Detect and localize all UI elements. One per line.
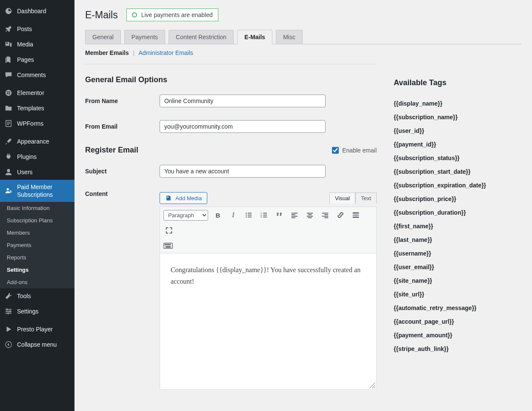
- sidebar-item-pms[interactable]: $ Paid Member Subscriptions: [0, 180, 74, 202]
- page-title: E-Mails: [85, 9, 118, 21]
- subnav-subscription-plans[interactable]: Subscription Plans: [0, 214, 74, 227]
- subnav-member-emails[interactable]: Member Emails: [85, 49, 129, 56]
- bold-icon[interactable]: B: [212, 210, 223, 221]
- add-media-button[interactable]: Add Media: [160, 192, 207, 204]
- sidebar-item-templates[interactable]: Templates: [0, 101, 74, 116]
- keyboard-icon[interactable]: [163, 240, 373, 251]
- svg-rect-31: [292, 213, 297, 214]
- svg-point-23: [246, 216, 247, 218]
- sidebar-item-users[interactable]: Users: [0, 164, 74, 180]
- align-center-icon[interactable]: [304, 210, 315, 221]
- sidebar-item-wpforms[interactable]: WPForms: [0, 116, 74, 131]
- sidebar-item-dashboard[interactable]: Dashboard: [0, 3, 74, 19]
- tag-item[interactable]: {{first_name}}: [394, 223, 521, 230]
- align-right-icon[interactable]: [320, 210, 331, 221]
- media-icon: [4, 40, 13, 49]
- svg-rect-41: [322, 216, 328, 217]
- svg-point-10: [7, 188, 9, 190]
- readmore-icon[interactable]: [350, 210, 361, 221]
- tag-item[interactable]: {{subscription_price}}: [394, 195, 521, 202]
- sidebar-item-posts[interactable]: Posts: [0, 21, 74, 37]
- subnav-basic-information[interactable]: Basic Information: [0, 202, 74, 214]
- tab-misc[interactable]: Misc: [276, 30, 303, 44]
- subnav-payments[interactable]: Payments: [0, 239, 74, 251]
- format-select[interactable]: Paragraph: [163, 210, 208, 221]
- italic-icon[interactable]: I: [228, 210, 239, 221]
- tag-item[interactable]: {{stripe_auth_link}}: [394, 345, 521, 352]
- tag-item[interactable]: {{payment_amount}}: [394, 332, 521, 339]
- svg-rect-32: [292, 214, 295, 215]
- bullet-list-icon[interactable]: [243, 210, 254, 221]
- sidebar-item-label: Comments: [17, 72, 70, 78]
- tag-item[interactable]: {{display_name}}: [394, 100, 521, 107]
- sidebar-item-collapse[interactable]: Collapse menu: [0, 337, 74, 352]
- svg-rect-2: [9, 91, 10, 92]
- subnav-members[interactable]: Members: [0, 227, 74, 239]
- sidebar-item-label: Collapse menu: [17, 341, 70, 348]
- subnav-reports[interactable]: Reports: [0, 251, 74, 264]
- tab-payments[interactable]: Payments: [124, 30, 165, 44]
- tag-item[interactable]: {{last_name}}: [394, 236, 521, 243]
- tag-item[interactable]: {{account_page_url}}: [394, 318, 521, 325]
- live-status-badge: Live payments are enabled: [126, 9, 218, 21]
- fullscreen-icon[interactable]: [163, 225, 174, 236]
- subnav-settings[interactable]: Settings: [0, 264, 74, 276]
- tag-item[interactable]: {{user_id}}: [394, 127, 521, 134]
- tag-item[interactable]: {{payment_id}}: [394, 141, 521, 148]
- settings-tabs: General Payments Content Restriction E-M…: [85, 30, 521, 44]
- content-editor[interactable]: Congratulations {{display_name}}! You ha…: [160, 253, 377, 390]
- subnav-admin-emails[interactable]: Administrator Emails: [138, 49, 193, 56]
- resize-handle-icon[interactable]: [369, 382, 375, 388]
- subject-input[interactable]: [160, 165, 326, 178]
- sidebar-item-plugins[interactable]: Plugins: [0, 149, 74, 164]
- sidebar-item-label: Appearance: [17, 138, 70, 145]
- tag-item[interactable]: {{subscription_duration}}: [394, 209, 521, 216]
- number-list-icon[interactable]: 123: [258, 210, 269, 221]
- section-general-email: General Email Options: [85, 75, 377, 84]
- from-name-input[interactable]: [160, 95, 326, 107]
- svg-text:3: 3: [260, 216, 262, 218]
- enable-email-checkbox[interactable]: [332, 147, 339, 154]
- sidebar-item-elementor[interactable]: Elementor: [0, 85, 74, 101]
- tag-item[interactable]: {{username}}: [394, 250, 521, 257]
- sidebar-item-presto[interactable]: Presto Player: [0, 322, 74, 337]
- svg-point-19: [246, 213, 247, 214]
- tag-item[interactable]: {{site_name}}: [394, 277, 521, 284]
- tag-item[interactable]: {{subscription_status}}: [394, 155, 521, 161]
- tag-item[interactable]: {{subscription_start_date}}: [394, 168, 521, 175]
- svg-point-9: [7, 169, 10, 172]
- brush-icon: [4, 137, 13, 146]
- tab-emails[interactable]: E-Mails: [237, 30, 272, 44]
- editor-tab-visual[interactable]: Visual: [329, 193, 355, 204]
- tag-item[interactable]: {{site_url}}: [394, 291, 521, 298]
- tag-item[interactable]: {{subscription_expiration_date}}: [394, 182, 521, 189]
- svg-rect-6: [7, 122, 10, 122]
- sidebar-item-comments[interactable]: Comments: [0, 67, 74, 83]
- svg-rect-47: [165, 244, 166, 245]
- sidebar-item-settings[interactable]: Settings: [0, 304, 74, 319]
- from-name-label: From Name: [85, 98, 160, 104]
- align-left-icon[interactable]: [289, 210, 300, 221]
- svg-rect-15: [7, 308, 8, 310]
- svg-rect-42: [324, 217, 328, 218]
- quote-icon[interactable]: [274, 210, 285, 221]
- svg-rect-26: [263, 213, 267, 214]
- tab-general[interactable]: General: [85, 30, 121, 44]
- subnav-addons[interactable]: Add-ons: [0, 276, 74, 288]
- svg-rect-16: [10, 310, 11, 313]
- editor-tab-text[interactable]: Text: [355, 193, 377, 204]
- media-plus-icon: [165, 195, 172, 201]
- sidebar-item-media[interactable]: Media: [0, 37, 74, 52]
- plug-icon: [4, 152, 13, 161]
- svg-rect-3: [9, 92, 10, 93]
- link-icon[interactable]: [335, 210, 346, 221]
- tag-item[interactable]: {{subscription_name}}: [394, 114, 521, 121]
- from-email-input[interactable]: [160, 120, 326, 133]
- sidebar-item-appearance[interactable]: Appearance: [0, 134, 74, 149]
- tag-item[interactable]: {{automatic_retry_message}}: [394, 305, 521, 311]
- tab-content-restriction[interactable]: Content Restriction: [169, 30, 234, 44]
- svg-rect-13: [6, 311, 11, 312]
- tag-item[interactable]: {{user_email}}: [394, 264, 521, 270]
- sidebar-item-pages[interactable]: Pages: [0, 52, 74, 67]
- sidebar-item-tools[interactable]: Tools: [0, 288, 74, 304]
